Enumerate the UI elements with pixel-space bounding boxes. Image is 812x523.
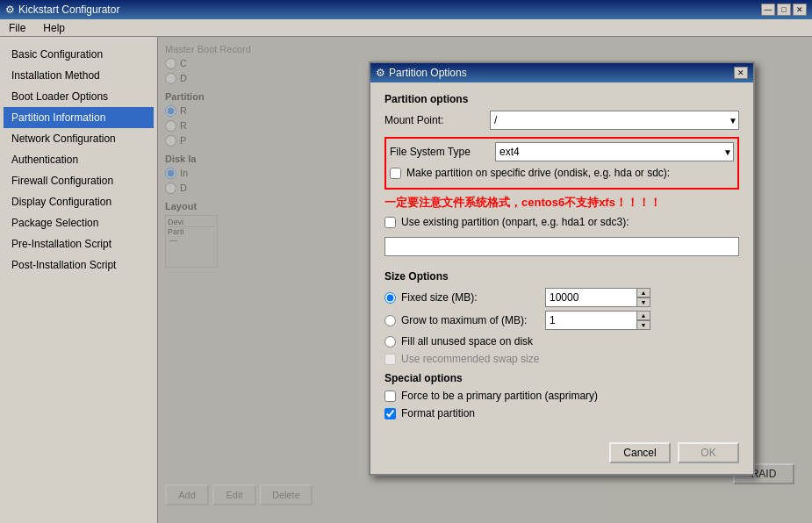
dialog-icon: ⚙: [376, 67, 385, 79]
fixed-size-radio[interactable]: [384, 292, 396, 304]
sidebar-item-install-method[interactable]: Installation Method: [4, 65, 154, 86]
sidebar-item-firewall-config[interactable]: Firewall Configuration: [4, 170, 154, 191]
sidebar-item-pre-install[interactable]: Pre-Installation Script: [4, 233, 154, 254]
force-primary-row: Force to be a primary partition (asprima…: [384, 390, 739, 402]
special-title: Special options: [384, 372, 739, 384]
size-section-title: Size Options: [384, 270, 739, 283]
sidebar-item-display-config[interactable]: Display Configuration: [4, 191, 154, 212]
filesystem-label: File System Type: [390, 146, 495, 158]
partition-options-dialog: ⚙ Partition Options ✕ Partition options …: [369, 61, 755, 476]
use-existing-row: Use existing partition (onpart, e.g. hda…: [384, 216, 739, 228]
make-partition-row: Make partition on specific drive (ondisk…: [390, 167, 734, 179]
title-bar-left: ⚙ Kickstart Configurator: [5, 4, 119, 16]
app-icon: ⚙: [5, 4, 15, 16]
use-recommended-checkbox: [384, 354, 396, 365]
grow-max-label: Grow to maximum of (MB):: [401, 314, 527, 326]
use-existing-input[interactable]: [384, 237, 739, 256]
filesystem-section: File System Type ext4 ext3 ext2 swap vfa…: [384, 137, 739, 190]
grow-max-row: Grow to maximum of (MB): ▲ ▼: [384, 311, 739, 330]
close-button[interactable]: ✕: [793, 4, 807, 16]
mount-point-input[interactable]: [490, 111, 739, 130]
grow-max-input[interactable]: [545, 311, 650, 330]
sidebar-item-partition-info[interactable]: Partition Information: [4, 107, 154, 128]
use-existing-checkbox[interactable]: [384, 217, 396, 228]
mount-point-row: Mount Point: ▼: [384, 111, 739, 130]
dialog-section-title: Partition options: [384, 93, 739, 105]
make-partition-checkbox[interactable]: [390, 168, 401, 179]
ok-button[interactable]: OK: [678, 442, 739, 463]
sidebar-item-package-select[interactable]: Package Selection: [4, 212, 154, 233]
sidebar-item-network-config[interactable]: Network Configuration: [4, 128, 154, 149]
main-window: Basic Configuration Installation Method …: [0, 37, 812, 523]
grow-max-input-wrapper: ▲ ▼: [545, 311, 650, 330]
dialog-close-button[interactable]: ✕: [734, 67, 748, 79]
title-bar: ⚙ Kickstart Configurator — □ ✕: [0, 0, 812, 19]
sidebar-item-basic-config[interactable]: Basic Configuration: [4, 44, 154, 65]
cancel-button[interactable]: Cancel: [609, 442, 671, 463]
make-partition-label: Make partition on specific drive (ondisk…: [406, 167, 670, 179]
mount-point-wrapper: ▼: [490, 111, 739, 130]
menu-bar: File Help: [0, 19, 812, 37]
maximize-button[interactable]: □: [777, 4, 791, 16]
sidebar: Basic Configuration Installation Method …: [0, 37, 158, 523]
format-checkbox[interactable]: [384, 408, 396, 419]
sidebar-item-authentication[interactable]: Authentication: [4, 149, 154, 170]
filesystem-wrapper: ext4 ext3 ext2 swap vfat ▼: [495, 142, 734, 161]
dialog-title-bar: ⚙ Partition Options ✕: [370, 63, 753, 82]
use-recommended-row: Use recommended swap size: [384, 353, 739, 365]
fixed-size-input-wrapper: ▲ ▼: [545, 288, 650, 307]
fixed-size-spinner: ▲ ▼: [636, 288, 650, 307]
use-existing-label: Use existing partition (onpart, e.g. hda…: [401, 216, 629, 228]
grow-max-down[interactable]: ▼: [636, 320, 650, 330]
help-menu[interactable]: Help: [38, 20, 70, 36]
dialog-title: Partition Options: [389, 67, 467, 79]
fill-unused-label: Fill all unused space on disk: [401, 335, 533, 347]
fixed-size-label: Fixed size (MB):: [401, 291, 478, 304]
format-partition-row: Format partition: [384, 407, 739, 419]
filesystem-row: File System Type ext4 ext3 ext2 swap vfa…: [390, 142, 734, 161]
app-title: Kickstart Configurator: [18, 4, 119, 16]
force-primary-checkbox[interactable]: [384, 390, 396, 402]
force-primary-label: Force to be a primary partition (asprima…: [401, 390, 598, 402]
grow-max-up[interactable]: ▲: [636, 311, 650, 320]
grow-max-radio[interactable]: [384, 315, 396, 326]
fixed-size-down[interactable]: ▼: [636, 297, 650, 307]
fill-unused-radio[interactable]: [384, 336, 396, 347]
content-area: Master Boot Record C D Partition R R P D…: [158, 37, 812, 523]
dialog-content: Partition options Mount Point: ▼ File Sy…: [370, 82, 753, 435]
fill-unused-row: Fill all unused space on disk: [384, 335, 739, 347]
filesystem-select[interactable]: ext4 ext3 ext2 swap vfat: [495, 142, 734, 161]
format-label: Format partition: [401, 407, 475, 419]
sidebar-item-post-install[interactable]: Post-Installation Script: [4, 254, 154, 276]
warning-text: 一定要注意文件系统格式，centos6不支持xfs！！！！: [384, 195, 739, 211]
dialog-buttons: Cancel OK: [370, 435, 753, 474]
file-menu[interactable]: File: [4, 20, 31, 36]
minimize-button[interactable]: —: [761, 4, 775, 16]
fixed-size-input[interactable]: [545, 288, 650, 307]
fixed-size-up[interactable]: ▲: [636, 288, 650, 297]
grow-max-spinner: ▲ ▼: [636, 311, 650, 330]
fixed-size-row: Fixed size (MB): ▲ ▼: [384, 288, 739, 307]
mount-point-label: Mount Point:: [384, 114, 490, 126]
use-recommended-label: Use recommended swap size: [401, 353, 539, 365]
sidebar-item-boot-loader[interactable]: Boot Loader Options: [4, 86, 154, 107]
dialog-title-left: ⚙ Partition Options: [376, 67, 467, 79]
title-bar-controls: — □ ✕: [761, 4, 807, 16]
